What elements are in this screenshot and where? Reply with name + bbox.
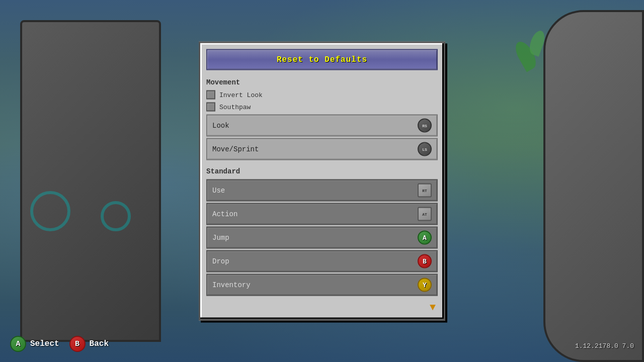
- a-badge: A: [418, 231, 432, 245]
- look-control-label: Look: [212, 122, 229, 130]
- settings-dialog: Reset to Defaults Movement Invert Look S…: [199, 42, 445, 321]
- move-sprint-control-row[interactable]: Move/Sprint LS: [206, 138, 438, 160]
- standard-section-label: Standard: [206, 167, 438, 175]
- action-badge: AT: [418, 207, 432, 221]
- chevron-down-icon: ▼: [430, 302, 436, 313]
- inventory-badge: Y: [418, 278, 432, 292]
- southpaw-row: Southpaw: [206, 103, 438, 112]
- deco-circle-1: [30, 191, 70, 231]
- b-badge: B: [418, 254, 432, 268]
- version-text: 1.12.2178.0 7.0: [575, 342, 634, 350]
- back-hud-button: B Back: [69, 336, 109, 352]
- drop-badge: B: [418, 254, 432, 268]
- use-badge: RT: [418, 184, 432, 198]
- invert-look-label: Invert Look: [219, 91, 263, 99]
- drop-label: Drop: [212, 257, 229, 265]
- look-control-row[interactable]: Look RS: [206, 115, 438, 137]
- deco-circle-2: [101, 201, 131, 231]
- move-badge: LS: [418, 142, 432, 156]
- action-control-row[interactable]: Action AT: [206, 203, 438, 225]
- movement-section: Movement Invert Look Southpaw Look RS Mo…: [206, 78, 438, 160]
- ls-badge: LS: [418, 142, 432, 156]
- standard-section: Standard Use RT Action AT Jump A Drop: [206, 167, 438, 296]
- look-badge: RS: [418, 119, 432, 133]
- use-label: Use: [212, 187, 225, 195]
- select-label: Select: [30, 339, 59, 348]
- rs-badge: RS: [418, 119, 432, 133]
- rt-badge: RT: [418, 184, 432, 198]
- select-hud-button: A Select: [10, 336, 59, 352]
- jump-control-row[interactable]: Jump A: [206, 227, 438, 249]
- y-badge: Y: [418, 278, 432, 292]
- southpaw-label: Southpaw: [219, 103, 251, 111]
- drop-control-row[interactable]: Drop B: [206, 250, 438, 273]
- bg-arch-left: [20, 20, 161, 342]
- invert-look-row: Invert Look: [206, 90, 438, 100]
- inventory-label: Inventory: [212, 281, 251, 289]
- jump-badge: A: [418, 231, 432, 245]
- back-label: Back: [90, 339, 109, 348]
- move-sprint-label: Move/Sprint: [212, 145, 259, 153]
- inventory-control-row[interactable]: Inventory Y: [206, 274, 438, 296]
- reset-defaults-button[interactable]: Reset to Defaults: [206, 49, 438, 70]
- jump-label: Jump: [212, 234, 229, 242]
- hud-a-badge: A: [10, 336, 26, 352]
- southpaw-checkbox[interactable]: [206, 103, 215, 112]
- movement-section-label: Movement: [206, 78, 438, 86]
- at-badge: AT: [418, 207, 432, 221]
- scroll-down-arrow[interactable]: ▼: [206, 298, 438, 313]
- bg-arch-right: [543, 10, 644, 362]
- bottom-hud: A Select B Back: [10, 336, 109, 352]
- invert-look-checkbox[interactable]: [206, 90, 215, 100]
- hud-b-badge: B: [69, 336, 86, 352]
- action-label: Action: [212, 210, 237, 218]
- use-control-row[interactable]: Use RT: [206, 179, 438, 202]
